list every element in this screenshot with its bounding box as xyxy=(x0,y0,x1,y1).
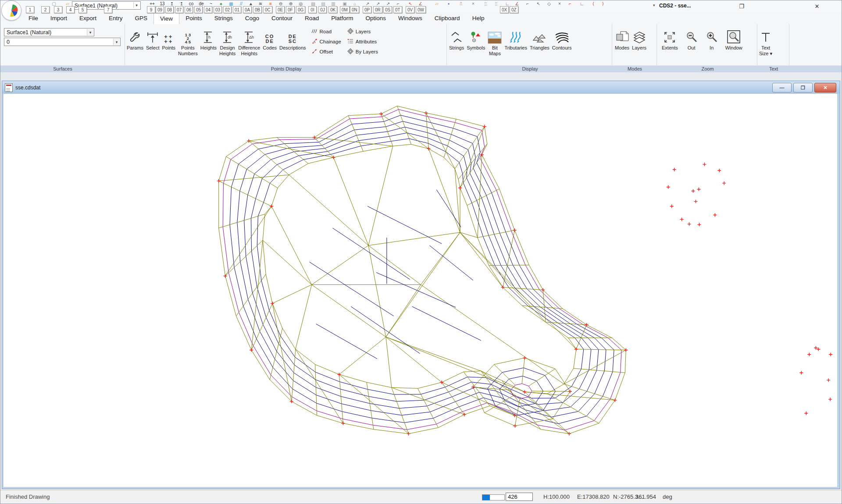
tab-gps[interactable]: GPS xyxy=(129,13,154,24)
tab-file[interactable]: File xyxy=(22,13,44,24)
document-titlebar[interactable]: sse.cdsdat — ❐ ✕ xyxy=(2,81,840,94)
tab-contour[interactable]: Contour xyxy=(265,13,299,24)
layer-combo-value: 0 xyxy=(7,39,10,45)
ribbon-button-layers[interactable]: Layers xyxy=(631,25,648,52)
angle-units: deg xyxy=(663,493,672,500)
tab-windows[interactable]: Windows xyxy=(392,13,428,24)
tab-road[interactable]: Road xyxy=(299,13,325,24)
ribbon-button-modes[interactable]: Modes xyxy=(614,25,631,52)
ribbon-button-in[interactable]: In xyxy=(704,25,720,52)
doc-close-button[interactable]: ✕ xyxy=(814,83,836,92)
keytip-0A: 0A xyxy=(243,6,252,13)
pencil-corner-icon[interactable]: ⌐ xyxy=(523,0,532,7)
ribbon-button-params[interactable]: Params xyxy=(125,25,145,52)
chevron-down-icon[interactable]: ▾ xyxy=(133,2,139,8)
ribbon-button-layers[interactable]: Layers xyxy=(346,26,379,36)
ribbon-button-attributes[interactable]: Attributes xyxy=(346,36,379,46)
ribbon-button-points[interactable]: ++++Points xyxy=(161,25,177,52)
keytip-0I: 0I xyxy=(308,6,317,13)
red-bracket-icon[interactable]: ⟨ xyxy=(589,0,598,7)
close-button[interactable]: ✕ xyxy=(811,1,823,11)
chevron-down-icon[interactable]: ▾ xyxy=(113,39,120,45)
ribbon-button-descriptions[interactable]: DESCDescriptions xyxy=(278,25,307,52)
pins-b-icon[interactable]: :: xyxy=(492,0,500,7)
surface-combo[interactable]: Surface1 (Natural)▾ xyxy=(4,28,94,36)
ribbon-button-points-numbers[interactable]: 1 324 5Points Numbers xyxy=(177,25,199,57)
tab-export[interactable]: Export xyxy=(73,13,103,24)
tab-entry[interactable]: Entry xyxy=(103,13,129,24)
ribbon-button-heights[interactable]: hHeights xyxy=(199,25,218,52)
chart-line-icon[interactable]: ⎍ xyxy=(457,0,465,7)
doc-minimize-button[interactable]: — xyxy=(772,83,792,92)
doc-maximize-button[interactable]: ❐ xyxy=(793,83,813,92)
pointer-icon[interactable]: ↖ xyxy=(534,0,543,7)
window-title: CDS2 - sse... xyxy=(659,3,691,9)
ribbon-button-difference-heights[interactable]: ΔhDifference Heights xyxy=(237,25,261,57)
button-label: Road xyxy=(320,29,332,34)
ribbon-button-by-layers[interactable]: By Layers xyxy=(346,46,379,57)
tab-help[interactable]: Help xyxy=(466,13,491,24)
ribbon: SurfacesPoints DisplayDisplayModesZoomTe… xyxy=(0,24,842,72)
bitmap-icon xyxy=(488,26,502,44)
red-corner-icon[interactable]: ∟ xyxy=(578,0,586,7)
keytip-03: 03 xyxy=(214,6,222,13)
ribbon-button-contours[interactable]: Contours xyxy=(551,25,573,52)
keytip-0E: 0E xyxy=(276,6,285,13)
tab-options[interactable]: Options xyxy=(360,13,392,24)
keytip-07: 07 xyxy=(175,6,183,13)
titlebar-dropdown-icon[interactable]: ▾ xyxy=(653,3,655,7)
ribbon-button-symbols[interactable]: Symbols xyxy=(465,25,486,52)
tab-platform[interactable]: Platform xyxy=(325,13,359,24)
tab-cogo[interactable]: Cogo xyxy=(239,13,265,24)
group-label-points-display: Points Display xyxy=(125,66,447,71)
ribbon-group-surfaces: Surface1 (Natural)▾0▾ xyxy=(0,24,125,65)
ribbon-button-strings[interactable]: Strings xyxy=(448,25,465,52)
ribbon-button-tributaries[interactable]: Tributaries xyxy=(503,25,528,52)
red-bracket2-icon[interactable]: ⟩ xyxy=(599,0,607,7)
tab-points[interactable]: Points xyxy=(179,13,208,24)
save-disk-icon[interactable]: ▪ xyxy=(444,0,453,7)
ribbon-button-bit-maps[interactable]: Bit Maps xyxy=(486,25,503,57)
zoomwin-icon xyxy=(727,26,741,44)
pentagon-icon[interactable]: ◇ xyxy=(545,0,553,7)
ribbon-button-design-heights[interactable]: dhDesign Heights xyxy=(218,25,237,57)
tab-strings[interactable]: Strings xyxy=(208,13,239,24)
ribbon-button-road[interactable]: Road xyxy=(310,26,343,36)
tab-view[interactable]: View xyxy=(153,13,179,24)
ribbon-button-offset[interactable]: Offset xyxy=(310,46,343,57)
keytip-0T: 0T xyxy=(393,6,402,13)
wrench-icon xyxy=(128,26,142,44)
tab-clipboard[interactable]: Clipboard xyxy=(428,13,466,24)
scale-xk-icon[interactable]: × xyxy=(555,0,564,7)
group-label-surfaces: Surfaces xyxy=(0,66,125,71)
ribbon-button-chainage[interactable]: Chainage xyxy=(310,36,343,46)
drawing-area[interactable] xyxy=(2,94,840,489)
button-label: Offset xyxy=(320,49,333,54)
status-message: Finished Drawing xyxy=(6,493,50,500)
tab-import[interactable]: Import xyxy=(44,13,73,24)
layer-combo[interactable]: 0▾ xyxy=(4,38,121,46)
svg-text:Δh: Δh xyxy=(249,35,254,39)
zoomin-icon xyxy=(705,26,718,44)
pins-a-icon[interactable]: :: xyxy=(481,0,490,7)
ribbon-button-text-size[interactable]: Text Size ▾ xyxy=(758,25,774,57)
ribbon-button-window[interactable]: Window xyxy=(724,25,744,52)
folder-open-icon[interactable]: ▱ xyxy=(432,0,441,7)
ribbon-button-extents[interactable]: Extents xyxy=(660,25,679,52)
ribbon-button-select[interactable]: Select xyxy=(145,25,161,52)
button-label: Points Numbers xyxy=(178,45,198,57)
ribbon-button-codes[interactable]: CODECodes xyxy=(261,25,278,52)
chevron-down-icon[interactable]: ▾ xyxy=(87,29,93,35)
button-label: Text Size ▾ xyxy=(759,45,772,57)
point-counter-field[interactable]: 426 xyxy=(506,493,533,501)
group-label-text: Text xyxy=(758,66,789,71)
corner-arrow-icon[interactable]: ⌐ xyxy=(566,0,574,7)
ribbon-button-out[interactable]: Out xyxy=(684,25,699,52)
app-logo-icon[interactable] xyxy=(1,0,21,21)
button-label: In xyxy=(710,45,714,51)
survey-mesh-canvas[interactable] xyxy=(4,94,837,487)
restore-button[interactable]: ❐ xyxy=(735,1,748,11)
flip-x-icon[interactable]: × xyxy=(469,0,478,7)
ribbon-button-triangles[interactable]: Triangles xyxy=(528,25,551,52)
road-icon xyxy=(311,28,318,35)
